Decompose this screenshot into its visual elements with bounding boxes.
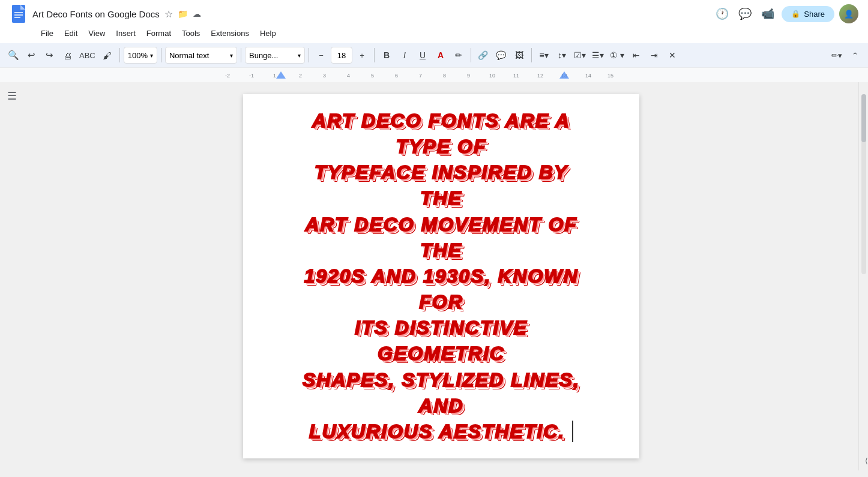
svg-text:2: 2 — [299, 73, 302, 79]
outline-icon[interactable]: ☰ — [7, 89, 17, 103]
svg-text:4: 4 — [347, 73, 350, 79]
right-panel: ⟨ — [858, 82, 868, 470]
print-btn[interactable]: 🖨 — [59, 47, 76, 64]
scrollbar-thumb[interactable] — [861, 94, 866, 142]
comment-btn[interactable]: 💬 — [493, 47, 510, 64]
bold-btn[interactable]: B — [378, 47, 395, 64]
main-area: ☰ ART DECO FONTS ARE A TYPE OF TYPEFACE … — [0, 82, 868, 470]
align-btn[interactable]: ≡▾ — [535, 47, 552, 64]
edit-mode-btn[interactable]: ✏▾ — [828, 47, 845, 64]
numbered-list-btn[interactable]: ① ▾ — [607, 47, 627, 64]
comments-btn[interactable]: 💬 — [736, 5, 754, 22]
scrollbar-track[interactable] — [861, 94, 866, 274]
indent-decrease-btn[interactable]: ⇤ — [628, 47, 645, 64]
font-value: Bunge... — [249, 51, 278, 60]
menu-extensions[interactable]: Extensions — [206, 26, 254, 40]
redo-btn[interactable]: ↪ — [41, 47, 58, 64]
spellcheck-btn[interactable]: ABC — [77, 47, 98, 64]
menu-file[interactable]: File — [36, 26, 58, 40]
svg-text:5: 5 — [371, 73, 374, 79]
style-select[interactable]: Normal text ▾ — [165, 47, 237, 64]
svg-text:15: 15 — [607, 73, 613, 79]
svg-text:6: 6 — [395, 73, 398, 79]
svg-text:9: 9 — [467, 73, 470, 79]
history-btn[interactable]: 🕐 — [713, 5, 731, 22]
undo-btn[interactable]: ↩ — [23, 47, 40, 64]
font-size-value[interactable]: 18 — [331, 47, 352, 64]
paint-format-btn[interactable]: 🖌 — [99, 47, 116, 64]
divider-6 — [471, 48, 471, 62]
bullet-list-btn[interactable]: ☰▾ — [589, 47, 606, 64]
style-value: Normal text — [169, 51, 209, 60]
expand-icon[interactable]: ⟨ — [865, 457, 868, 465]
document-content: ART DECO FONTS ARE A TYPE OF TYPEFACE IN… — [291, 108, 591, 445]
menu-bar: File Edit View Insert Format Tools Exten… — [0, 24, 868, 43]
doc-title[interactable]: Art Deco Fonts on Google Docs — [32, 9, 160, 19]
link-btn[interactable]: 🔗 — [475, 47, 492, 64]
share-label: Share — [804, 10, 825, 19]
svg-text:-2: -2 — [225, 73, 230, 79]
menu-format[interactable]: Format — [142, 26, 176, 40]
font-size-decrease[interactable]: − — [313, 47, 330, 64]
divider-2 — [161, 48, 161, 62]
line-5: ITS DISTINCTIVE GEOMETRIC — [291, 315, 591, 367]
font-size-control: − 18 + — [313, 47, 370, 64]
lock-icon: 🔒 — [791, 10, 800, 18]
svg-text:8: 8 — [443, 73, 446, 79]
line-6: SHAPES, STYLIZED LINES, AND — [291, 367, 591, 419]
font-select[interactable]: Bunge... ▾ — [245, 47, 305, 64]
menu-tools[interactable]: Tools — [177, 26, 205, 40]
meet-btn[interactable]: 📹 — [759, 5, 777, 22]
line-4: 1920S AND 1930S, KNOWN FOR — [291, 263, 591, 315]
style-arrow: ▾ — [230, 52, 233, 59]
font-arrow: ▾ — [298, 52, 301, 59]
gdocs-icon — [10, 3, 28, 25]
menu-insert[interactable]: Insert — [111, 26, 140, 40]
svg-text:14: 14 — [585, 73, 591, 79]
page[interactable]: ART DECO FONTS ARE A TYPE OF TYPEFACE IN… — [243, 94, 639, 458]
divider-7 — [531, 48, 532, 62]
svg-rect-6 — [0, 68, 868, 82]
ruler: -2 -1 1 2 3 4 5 6 7 8 9 10 11 12 13 14 1… — [0, 68, 868, 82]
menu-view[interactable]: View — [83, 26, 110, 40]
svg-text:1: 1 — [273, 73, 276, 79]
indent-increase-btn[interactable]: ⇥ — [646, 47, 663, 64]
search-btn[interactable]: 🔍 — [5, 47, 22, 64]
svg-text:12: 12 — [537, 73, 543, 79]
divider-3 — [241, 48, 241, 62]
move-icon[interactable]: 📁 — [178, 9, 188, 19]
divider-5 — [374, 48, 375, 62]
collapse-toolbar-btn[interactable]: ⌃ — [846, 47, 863, 64]
line-spacing-btn[interactable]: ↕▾ — [553, 47, 570, 64]
svg-text:-1: -1 — [249, 73, 254, 79]
document-area[interactable]: ART DECO FONTS ARE A TYPE OF TYPEFACE IN… — [24, 82, 858, 470]
zoom-select[interactable]: 100% ▾ — [124, 47, 157, 64]
svg-rect-1 — [12, 5, 25, 23]
text-color-btn[interactable]: A — [432, 47, 449, 64]
image-btn[interactable]: 🖼 — [511, 47, 528, 64]
line-2: TYPEFACE INSPIRED BY THE — [291, 160, 591, 211]
title-row: Art Deco Fonts on Google Docs ☆ 📁 ☁ 🕐 💬 … — [0, 0, 868, 24]
menu-edit[interactable]: Edit — [59, 26, 82, 40]
divider-1 — [119, 48, 120, 62]
toolbar: 🔍 ↩ ↪ 🖨 ABC 🖌 100% ▾ Normal text ▾ Bunge… — [0, 43, 868, 67]
underline-btn[interactable]: U — [414, 47, 431, 64]
italic-btn[interactable]: I — [396, 47, 413, 64]
left-panel: ☰ — [0, 82, 24, 470]
line-3: ART DECO MOVEMENT OF THE — [291, 212, 591, 263]
zoom-value: 100% — [128, 51, 148, 60]
zoom-arrow: ▾ — [150, 52, 153, 59]
cloud-icon[interactable]: ☁ — [193, 9, 201, 19]
menu-help[interactable]: Help — [255, 26, 281, 40]
highlight-btn[interactable]: ✏ — [450, 47, 467, 64]
header-section: Art Deco Fonts on Google Docs ☆ 📁 ☁ 🕐 💬 … — [0, 0, 868, 68]
avatar[interactable]: 👤 — [839, 4, 858, 23]
checklist-btn[interactable]: ☑▾ — [571, 47, 588, 64]
line-7: LUXURIOUS AESTHETIC. — [291, 419, 591, 445]
star-icon[interactable]: ☆ — [164, 8, 173, 20]
share-button[interactable]: 🔒 Share — [782, 6, 834, 22]
clear-format-btn[interactable]: ✕ — [664, 47, 681, 64]
svg-text:3: 3 — [323, 73, 326, 79]
font-size-increase[interactable]: + — [354, 47, 370, 64]
art-deco-text[interactable]: ART DECO FONTS ARE A TYPE OF TYPEFACE IN… — [291, 108, 591, 445]
